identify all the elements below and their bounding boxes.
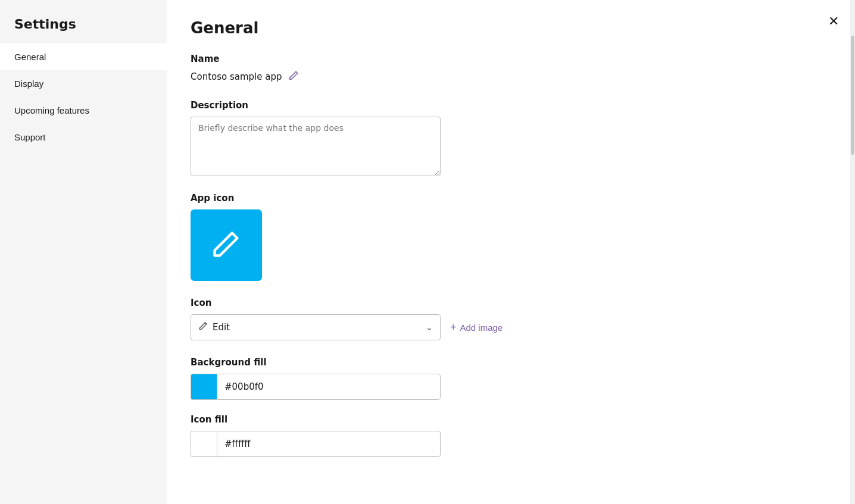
sidebar: Settings General Display Upcoming featur… — [0, 0, 167, 504]
add-image-label: Add image — [460, 323, 503, 333]
sidebar-item-upcoming-features[interactable]: Upcoming features — [0, 97, 167, 124]
sidebar-title: Settings — [0, 0, 167, 43]
chevron-down-icon: ⌄ — [426, 323, 433, 332]
app-icon-pencil-icon — [211, 228, 242, 262]
sidebar-item-general[interactable]: General — [0, 43, 167, 70]
icon-fill-section: Icon fill — [191, 414, 831, 457]
pencil-icon — [288, 70, 299, 83]
edit-name-button[interactable] — [288, 70, 299, 83]
sidebar-item-support[interactable]: Support — [0, 124, 167, 151]
app-icon-section: App icon — [191, 193, 831, 281]
name-value: Contoso sample app — [191, 71, 282, 82]
icon-section: Icon Edit ⌄ + Add image — [191, 298, 831, 340]
close-icon: ✕ — [828, 15, 839, 28]
icon-select-pencil-icon — [198, 321, 208, 333]
icon-select-dropdown[interactable]: Edit ⌄ — [191, 314, 441, 340]
icon-select-left: Edit — [198, 321, 230, 333]
name-row: Contoso sample app — [191, 70, 831, 83]
icon-fill-swatch[interactable] — [191, 431, 217, 457]
page-title: General — [191, 19, 831, 37]
background-fill-label: Background fill — [191, 357, 831, 368]
description-label: Description — [191, 100, 831, 111]
background-fill-row — [191, 374, 831, 400]
background-fill-swatch[interactable] — [191, 374, 217, 400]
scrollbar-thumb[interactable] — [851, 36, 854, 155]
sidebar-item-display[interactable]: Display — [0, 70, 167, 97]
name-section: Name Contoso sample app — [191, 54, 831, 83]
sidebar-nav: General Display Upcoming features Suppor… — [0, 43, 167, 151]
icon-label: Icon — [191, 298, 831, 308]
icon-fill-row — [191, 431, 831, 457]
description-section: Description — [191, 100, 831, 176]
plus-icon: + — [450, 321, 457, 334]
main-content: ✕ General Name Contoso sample app Descri… — [167, 0, 855, 504]
icon-select-value: Edit — [213, 322, 230, 333]
app-icon-preview[interactable] — [191, 209, 262, 281]
close-button[interactable]: ✕ — [824, 12, 843, 31]
name-label: Name — [191, 54, 831, 64]
background-fill-input[interactable] — [217, 374, 441, 400]
icon-row: Edit ⌄ + Add image — [191, 314, 831, 340]
icon-fill-input[interactable] — [217, 431, 441, 457]
icon-fill-label: Icon fill — [191, 414, 831, 425]
add-image-button[interactable]: + Add image — [450, 321, 503, 334]
description-textarea[interactable] — [191, 117, 441, 176]
scrollbar-track — [850, 0, 855, 504]
app-icon-label: App icon — [191, 193, 831, 204]
background-fill-section: Background fill — [191, 357, 831, 400]
